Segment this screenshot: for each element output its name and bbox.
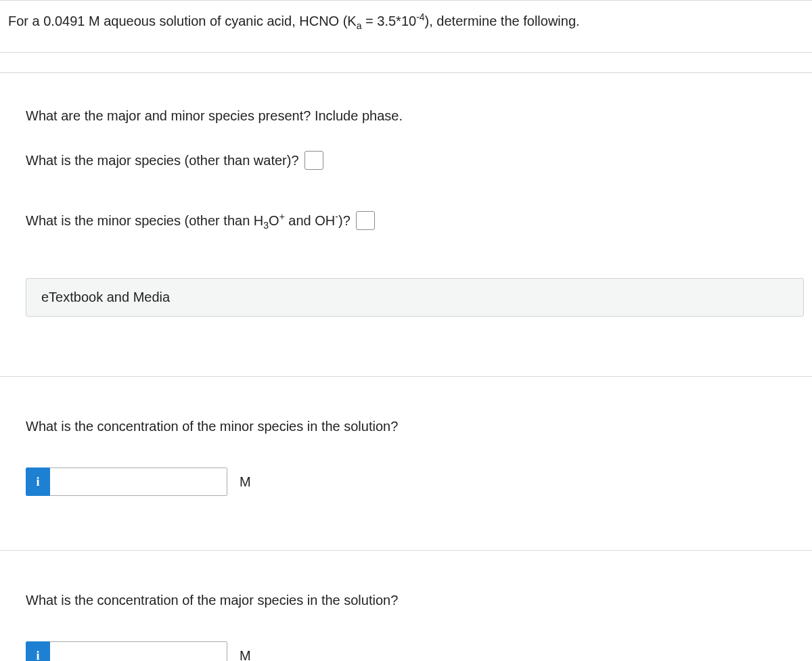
major-concentration-section: What is the concentration of the major s… [0, 551, 812, 661]
major-concentration-answer-row: i M [26, 641, 804, 661]
intro-section: For a 0.0491 M aqueous solution of cyani… [0, 0, 812, 53]
etextbook-button[interactable]: eTextbook and Media [26, 278, 804, 317]
info-icon[interactable]: i [26, 641, 50, 661]
minor-species-label: What is the minor species (other than H3… [26, 210, 351, 233]
major-concentration-unit: M [227, 645, 251, 661]
spacer-section [0, 53, 812, 73]
species-heading: What are the major and minor species pre… [26, 106, 804, 126]
minor-concentration-input[interactable] [50, 468, 227, 496]
minor-species-row: What is the minor species (other than H3… [26, 210, 804, 233]
minor-concentration-answer-row: i M [26, 468, 804, 496]
minor-concentration-section: What is the concentration of the minor s… [0, 377, 812, 551]
major-species-input[interactable] [304, 151, 323, 170]
question-container: For a 0.0491 M aqueous solution of cyani… [0, 0, 812, 661]
major-species-label: What is the major species (other than wa… [26, 150, 299, 170]
major-concentration-input[interactable] [50, 641, 227, 661]
info-icon[interactable]: i [26, 468, 50, 496]
major-concentration-question: What is the concentration of the major s… [26, 590, 804, 610]
info-icon-label: i [36, 647, 39, 661]
minor-concentration-question: What is the concentration of the minor s… [26, 416, 804, 436]
species-section: What are the major and minor species pre… [0, 73, 812, 378]
major-species-row: What is the major species (other than wa… [26, 150, 804, 170]
minor-concentration-unit: M [227, 472, 251, 492]
intro-text: For a 0.0491 M aqueous solution of cyani… [8, 14, 580, 28]
minor-species-input[interactable] [356, 211, 375, 230]
info-icon-label: i [36, 473, 39, 491]
